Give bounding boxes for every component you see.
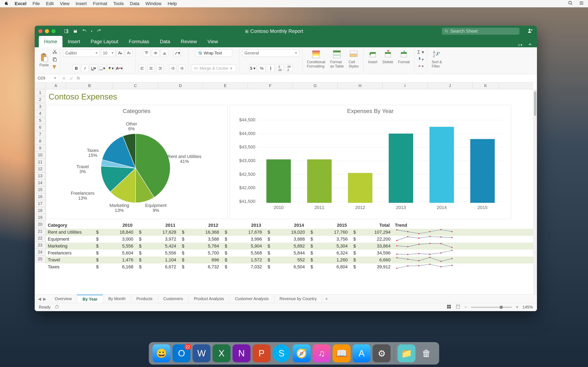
zoom-button[interactable] bbox=[52, 29, 56, 33]
conditional-formatting-button[interactable]: Conditional Formatting bbox=[305, 49, 327, 68]
row-header-14[interactable]: 14 bbox=[35, 179, 45, 186]
increase-font-button[interactable]: A▴ bbox=[117, 49, 124, 57]
tab-insert[interactable]: Insert bbox=[62, 36, 85, 47]
col-header-I[interactable]: I bbox=[383, 82, 428, 89]
align-middle-button[interactable] bbox=[152, 49, 159, 57]
percent-button[interactable]: % bbox=[258, 65, 265, 72]
autosave-icon[interactable] bbox=[64, 29, 69, 33]
dock-itunes[interactable]: ♫ bbox=[312, 344, 330, 362]
sheet-tab-product-analysis[interactable]: Product Analysis bbox=[189, 295, 230, 303]
sheet-tab-customer-analysis[interactable]: Customer Analysis bbox=[229, 295, 274, 303]
minimize-button[interactable] bbox=[45, 29, 49, 33]
orientation-button[interactable]: ⤢▾ bbox=[173, 49, 181, 57]
row-header-24[interactable]: 24 bbox=[35, 249, 45, 256]
view-normal-icon[interactable] bbox=[447, 304, 451, 310]
menu-format[interactable]: Format bbox=[93, 1, 107, 6]
align-center-button[interactable] bbox=[147, 65, 155, 72]
dock-excel[interactable]: X bbox=[213, 344, 231, 362]
row-header-16[interactable]: 16 bbox=[35, 193, 45, 200]
row-header-13[interactable]: 13 bbox=[35, 173, 45, 179]
row-header-18[interactable]: 18 bbox=[35, 207, 45, 214]
increase-indent-button[interactable] bbox=[178, 65, 185, 72]
vertical-scrollbar[interactable] bbox=[533, 89, 537, 294]
col-header-G[interactable]: G bbox=[293, 82, 338, 89]
sheet-nav-prev[interactable]: ◀ bbox=[38, 296, 41, 301]
dock-safari[interactable]: 🧭 bbox=[293, 344, 311, 362]
row-header-15[interactable]: 15 bbox=[35, 186, 45, 193]
merge-center-button[interactable]: Merge & Center ▾ bbox=[191, 65, 236, 72]
spotlight-icon[interactable] bbox=[568, 1, 573, 7]
autosum-icon[interactable]: Σ ▾ bbox=[417, 49, 424, 55]
menu-data[interactable]: Data bbox=[130, 1, 139, 6]
menu-list-icon[interactable] bbox=[579, 1, 584, 7]
col-header-H[interactable]: H bbox=[338, 82, 383, 89]
sheet-tab-overview[interactable]: Overview bbox=[49, 295, 77, 303]
tab-view[interactable]: View bbox=[202, 36, 223, 47]
comma-button[interactable]: ⟩ bbox=[267, 65, 274, 72]
view-page-layout-icon[interactable] bbox=[456, 304, 460, 310]
select-all-corner[interactable] bbox=[35, 82, 46, 89]
cell-styles-button[interactable]: Cell Styles bbox=[347, 49, 360, 68]
dock-appstore[interactable]: A bbox=[353, 344, 371, 362]
bold-button[interactable]: B bbox=[73, 65, 80, 72]
col-header-K[interactable]: K bbox=[472, 82, 499, 89]
sheet-tab-customers[interactable]: Customers bbox=[158, 295, 189, 303]
dock-downloads[interactable]: 📁 bbox=[398, 344, 415, 362]
dock-powerpoint[interactable]: P bbox=[252, 344, 270, 362]
border-button[interactable]: ▾ bbox=[98, 65, 106, 72]
increase-decimal-button[interactable]: .0.00 bbox=[276, 65, 283, 72]
number-format-select[interactable]: General bbox=[242, 49, 299, 57]
dock-skype[interactable]: S bbox=[273, 344, 291, 362]
italic-button[interactable]: I bbox=[81, 65, 89, 72]
add-sheet-button[interactable]: + bbox=[322, 296, 331, 302]
copy-icon[interactable] bbox=[52, 57, 57, 63]
row-header-7[interactable]: 7 bbox=[35, 131, 45, 138]
tab-formulas[interactable]: Formulas bbox=[123, 36, 155, 47]
font-size-select[interactable]: 10 bbox=[101, 49, 115, 57]
sort-filter-button[interactable]: AZSort & Filter bbox=[430, 49, 443, 68]
sheet-tab-products[interactable]: Products bbox=[131, 295, 158, 303]
row-header-11[interactable]: 11 bbox=[35, 159, 45, 166]
formula-input[interactable] bbox=[84, 76, 534, 81]
row-header-5[interactable]: 5 bbox=[35, 117, 45, 124]
underline-button[interactable]: U ▾ bbox=[90, 65, 97, 72]
zoom-slider[interactable] bbox=[471, 307, 512, 308]
menu-app[interactable]: Excel bbox=[15, 1, 26, 6]
tab-review[interactable]: Review bbox=[176, 36, 202, 47]
wrap-text-button[interactable]: Wrap Text bbox=[195, 49, 232, 57]
align-top-button[interactable] bbox=[143, 49, 150, 57]
row-header-2[interactable]: 2 bbox=[35, 96, 45, 103]
col-header-C[interactable]: C bbox=[113, 82, 158, 89]
sheet-tab-revenue-by-country[interactable]: Revenue by Country bbox=[274, 295, 322, 303]
fill-icon[interactable]: ▾ bbox=[417, 56, 424, 62]
zoom-out-button[interactable]: − bbox=[465, 305, 467, 309]
menu-help[interactable]: Help bbox=[168, 1, 177, 6]
align-bottom-button[interactable] bbox=[161, 49, 168, 57]
decrease-font-button[interactable]: A▾ bbox=[125, 49, 132, 57]
row-header-19[interactable]: 19 bbox=[35, 214, 45, 221]
decrease-indent-button[interactable] bbox=[169, 65, 176, 72]
menu-view[interactable]: View bbox=[60, 1, 69, 6]
row-header-25[interactable]: 25 bbox=[35, 256, 45, 263]
bar-chart[interactable]: Expenses By Year $41,500$42,000$42,500$4… bbox=[229, 105, 511, 219]
dock-ibooks[interactable]: 📖 bbox=[333, 344, 351, 362]
tab-data[interactable]: Data bbox=[155, 36, 176, 47]
menu-window[interactable]: Window bbox=[146, 1, 162, 6]
close-button[interactable] bbox=[38, 29, 43, 33]
menu-insert[interactable]: Insert bbox=[76, 1, 87, 6]
row-header-17[interactable]: 17 bbox=[35, 200, 45, 207]
font-select[interactable]: Calibri bbox=[63, 49, 100, 57]
col-header-E[interactable]: E bbox=[203, 82, 248, 89]
pie-chart[interactable]: Categories Rent and Utilities41%Equipmen… bbox=[46, 105, 227, 219]
enter-icon[interactable] bbox=[69, 76, 73, 80]
redo-icon[interactable] bbox=[97, 29, 101, 33]
align-left-button[interactable] bbox=[138, 65, 146, 72]
row-header-12[interactable]: 12 bbox=[35, 166, 45, 173]
delete-cells-button[interactable]: ×Delete bbox=[381, 49, 395, 64]
row-header-22[interactable]: 22 bbox=[35, 235, 45, 242]
fx-icon[interactable]: fx bbox=[77, 76, 80, 81]
menu-tools[interactable]: Tools bbox=[113, 1, 124, 6]
feedback-icon[interactable]: ☺▾ bbox=[517, 43, 522, 47]
col-header-A[interactable]: A bbox=[46, 82, 66, 89]
format-cells-button[interactable]: Format bbox=[397, 49, 411, 64]
